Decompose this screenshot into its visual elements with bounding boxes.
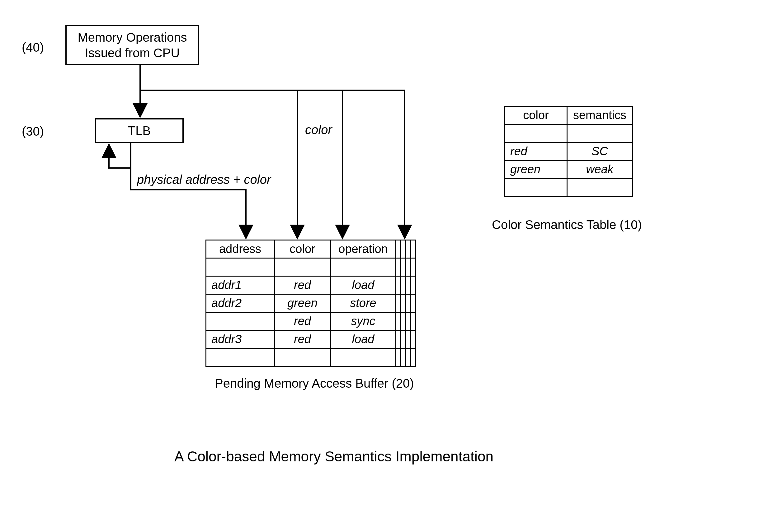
cell — [505, 179, 567, 197]
cst-h-color: color — [505, 106, 567, 124]
pmab-row: addr3redload — [206, 330, 416, 348]
cst-row — [505, 179, 633, 197]
cpu-line1: Memory Operations — [77, 30, 187, 45]
pmab-flag-col4 — [411, 240, 416, 258]
pmab-row — [206, 258, 416, 276]
cst-row: greenweak — [505, 161, 633, 179]
cell: sync — [330, 312, 396, 330]
pmab-flag-col2 — [401, 240, 406, 258]
cst-caption: Color Semantics Table (10) — [492, 218, 642, 232]
cell: store — [330, 294, 396, 312]
cell — [505, 124, 567, 142]
cell: weak — [567, 161, 633, 179]
cell: SC — [567, 142, 633, 161]
cell: green — [274, 294, 330, 312]
cell — [330, 348, 396, 366]
tlb-label: TLB — [128, 123, 151, 138]
pmab-h-color: color — [274, 240, 330, 258]
cell: red — [274, 276, 330, 294]
cell: addr3 — [206, 330, 274, 348]
pmab-row — [206, 348, 416, 366]
color-arrow-label: color — [305, 123, 332, 137]
pmab-header-row: address color operation — [206, 240, 416, 258]
cell — [274, 258, 330, 276]
tlb-box: TLB — [95, 118, 184, 143]
cst-header-row: color semantics — [505, 106, 633, 124]
cell: addr2 — [206, 294, 274, 312]
label-30: (30) — [22, 124, 44, 138]
label-40: (40) — [22, 40, 44, 54]
cell: load — [330, 330, 396, 348]
pmab-row: addr1redload — [206, 276, 416, 294]
cell — [274, 348, 330, 366]
pmab-row: addr2greenstore — [206, 294, 416, 312]
phys-addr-label: physical address + color — [137, 173, 271, 187]
cell: red — [505, 142, 567, 161]
cst-table: color semantics redSC greenweak — [504, 106, 633, 197]
cell: red — [274, 330, 330, 348]
pmab-table: address color operation addr1redload add… — [205, 240, 416, 367]
cpu-box: Memory Operations Issued from CPU — [65, 25, 199, 65]
cell: red — [274, 312, 330, 330]
cell — [567, 124, 633, 142]
figure-title: A Color-based Memory Semantics Implement… — [174, 448, 494, 465]
cpu-line2: Issued from CPU — [85, 45, 180, 61]
pmab-flag-col3 — [406, 240, 411, 258]
cst-row — [505, 124, 633, 142]
cell: green — [505, 161, 567, 179]
cst-row: redSC — [505, 142, 633, 161]
cell: load — [330, 276, 396, 294]
cell — [567, 179, 633, 197]
cell — [206, 348, 274, 366]
pmab-h-operation: operation — [330, 240, 396, 258]
cst-h-semantics: semantics — [567, 106, 633, 124]
cell: addr1 — [206, 276, 274, 294]
cell — [330, 258, 396, 276]
pmab-caption: Pending Memory Access Buffer (20) — [215, 376, 414, 390]
pmab-h-address: address — [206, 240, 274, 258]
cell — [206, 258, 274, 276]
cell — [206, 312, 274, 330]
pmab-flag-col1 — [396, 240, 401, 258]
pmab-row: redsync — [206, 312, 416, 330]
